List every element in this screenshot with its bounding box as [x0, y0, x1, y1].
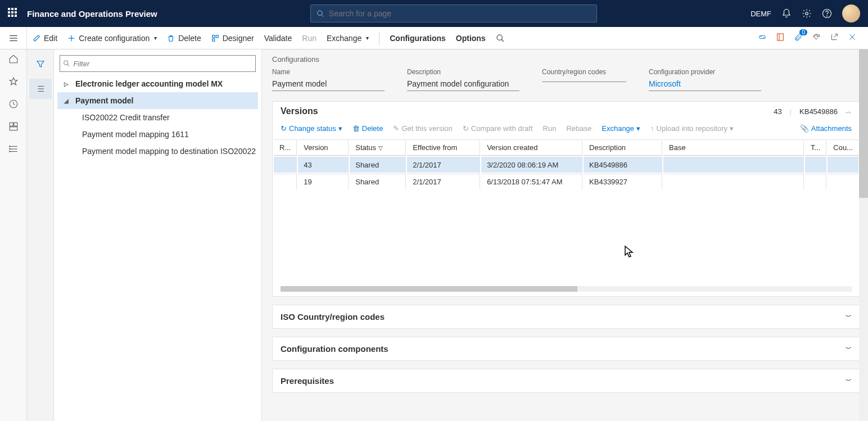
edit-button[interactable]: Edit [33, 34, 57, 43]
col-t[interactable]: T... [805, 139, 826, 156]
col-effective[interactable]: Effective from [407, 139, 480, 156]
global-search-input[interactable] [329, 9, 591, 18]
tree-item-payment-mapping-1611[interactable]: Payment model mapping 1611 [57, 126, 258, 143]
topbar: Finance and Operations Preview DEMF [0, 0, 868, 27]
svg-point-0 [318, 11, 322, 15]
grid-header-row: R... Version Status ▽ Effective from Ver… [274, 139, 858, 156]
versions-header[interactable]: Versions 43 | KB4549886 ︿ [273, 102, 860, 121]
validate-button[interactable]: Validate [264, 34, 292, 43]
help-icon[interactable] [822, 8, 832, 19]
company-code[interactable]: DEMF [751, 10, 771, 18]
configurations-tab[interactable]: Configurations [390, 34, 446, 43]
versions-toolbar: ↻ Change status ▾ 🗑 Delete ✎ Get this ve… [273, 121, 860, 138]
attachments-icon[interactable]: 0 [794, 33, 803, 43]
star-icon[interactable] [8, 76, 19, 87]
bell-icon[interactable] [781, 8, 792, 19]
refresh-icon[interactable] [812, 33, 821, 43]
vertical-scrollbar[interactable] [859, 49, 868, 421]
components-section-header[interactable]: Configuration components﹀ [272, 337, 860, 361]
home-icon[interactable] [8, 54, 19, 64]
search-icon [317, 10, 324, 17]
provider-value[interactable]: Microsoft [649, 79, 761, 91]
prereq-section-header[interactable]: Prerequisites﹀ [272, 369, 860, 393]
close-icon[interactable] [848, 33, 857, 43]
col-r[interactable]: R... [274, 139, 297, 156]
version-exchange-button[interactable]: Exchange ▾ [602, 124, 640, 133]
col-description[interactable]: Description [584, 139, 662, 156]
iso-section-header[interactable]: ISO Country/region codes﹀ [272, 305, 860, 329]
get-version-button: ✎ Get this version [393, 124, 452, 133]
tree-item-electronic-ledger[interactable]: ▷ Electronic ledger accounting model MX [57, 75, 258, 92]
table-row[interactable]: 19 Shared 2/1/2017 6/13/2018 07:51:47 AM… [274, 174, 858, 189]
tree-item-payment-model[interactable]: ◢ Payment model [57, 92, 258, 109]
svg-line-33 [67, 64, 69, 66]
description-value[interactable]: Payment model configuration [407, 79, 519, 91]
col-created[interactable]: Version created [481, 139, 582, 156]
svg-rect-10 [212, 35, 214, 37]
command-bar: Edit Create configuration▾ Delete Design… [27, 27, 868, 49]
user-avatar[interactable] [842, 4, 860, 22]
change-status-button[interactable]: ↻ Change status ▾ [281, 124, 342, 133]
tree-item-iso20022-credit[interactable]: ISO20022 Credit transfer [57, 109, 258, 126]
svg-rect-22 [10, 127, 17, 130]
exchange-button[interactable]: Exchange▾ [327, 34, 369, 43]
app-launcher-icon[interactable] [8, 8, 19, 19]
global-search[interactable] [310, 4, 597, 22]
versions-summary-kb: KB4549886 [799, 107, 838, 116]
expand-icon[interactable]: ▷ [64, 81, 72, 87]
table-row[interactable]: 43 Shared 2/1/2017 3/2/2020 08:06:19 AM … [274, 157, 858, 173]
cmdbar-search-icon[interactable] [496, 34, 505, 43]
svg-rect-20 [10, 123, 13, 126]
link-icon[interactable] [758, 33, 767, 43]
horizontal-scrollbar[interactable] [281, 286, 852, 292]
tree-filter[interactable] [60, 55, 256, 72]
section-title: Configurations [272, 55, 860, 64]
modules-icon[interactable] [8, 144, 19, 154]
upload-button: ↑ Upload into repository ▾ [650, 124, 734, 133]
field-name: Name Payment model [272, 68, 385, 91]
svg-line-14 [501, 39, 504, 42]
command-bar-row: Edit Create configuration▾ Delete Design… [0, 27, 868, 49]
chevron-down-icon: ﹀ [846, 377, 852, 385]
popout-icon[interactable] [830, 33, 839, 43]
svg-point-32 [64, 61, 68, 65]
left-nav-rail [0, 49, 27, 421]
svg-rect-11 [216, 35, 218, 37]
chevron-up-icon[interactable]: ︿ [846, 107, 852, 116]
field-description: Description Payment model configuration [407, 68, 519, 91]
col-cou[interactable]: Cou... [828, 139, 858, 156]
designer-button[interactable]: Designer [211, 34, 254, 43]
rebase-button: Rebase [566, 124, 591, 133]
recent-icon[interactable] [8, 99, 19, 109]
tree-filter-input[interactable] [73, 60, 252, 68]
tree-panel: ▷ Electronic ledger accounting model MX … [54, 49, 262, 421]
filter-toggle[interactable] [29, 54, 52, 74]
list-view-toggle[interactable] [29, 79, 52, 99]
version-run-button: Run [543, 124, 557, 133]
content-area: Configurations Name Payment model Descri… [262, 49, 868, 421]
app-title: Finance and Operations Preview [27, 9, 157, 19]
office-icon[interactable] [776, 33, 785, 43]
region-value[interactable] [542, 79, 626, 82]
collapse-icon[interactable]: ◢ [64, 98, 72, 104]
col-base[interactable]: Base [663, 139, 804, 156]
compare-button: ↻ Compare with draft [463, 124, 533, 133]
col-status[interactable]: Status ▽ [350, 139, 406, 156]
versions-summary-num: 43 [774, 107, 781, 116]
name-value[interactable]: Payment model [272, 79, 385, 91]
chevron-down-icon: ﹀ [846, 345, 852, 353]
tree-item-payment-mapping-dest[interactable]: Payment model mapping to destination ISO… [57, 143, 258, 160]
field-provider: Configuration provider Microsoft [649, 68, 761, 91]
svg-point-13 [497, 35, 502, 40]
delete-button[interactable]: Delete [167, 34, 201, 43]
workspaces-icon[interactable] [8, 121, 19, 132]
versions-grid: R... Version Status ▽ Effective from Ver… [273, 138, 860, 191]
run-button: Run [302, 34, 317, 43]
gear-icon[interactable] [802, 8, 812, 19]
nav-toggle[interactable] [0, 27, 27, 49]
attachments-button[interactable]: 📎 Attachments [800, 124, 852, 133]
col-version[interactable]: Version [298, 139, 349, 156]
create-configuration-button[interactable]: Create configuration▾ [67, 34, 157, 43]
version-delete-button[interactable]: 🗑 Delete [352, 124, 383, 133]
options-tab[interactable]: Options [456, 34, 486, 43]
